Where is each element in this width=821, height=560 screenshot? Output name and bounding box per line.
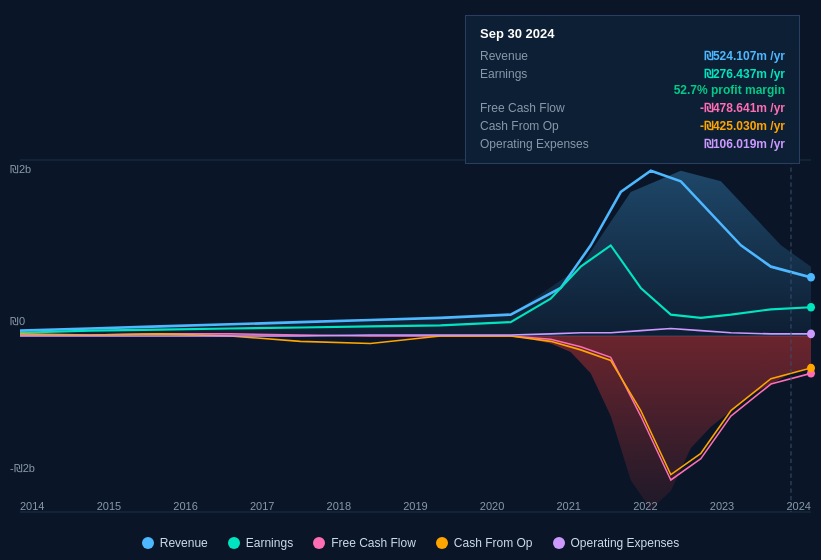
cashfromop-value: -₪425.030m /yr (700, 119, 785, 133)
legend: Revenue Earnings Free Cash Flow Cash Fro… (0, 536, 821, 550)
profit-margin: 52.7% profit margin (480, 83, 785, 99)
tooltip-date: Sep 30 2024 (480, 26, 785, 41)
tooltip-row-earnings: Earnings ₪276.437m /yr (480, 65, 785, 83)
legend-dot-cashfromop (436, 537, 448, 549)
x-label-2019: 2019 (403, 500, 427, 512)
tooltip-row-cashfromop: Cash From Op -₪425.030m /yr (480, 117, 785, 135)
legend-opex[interactable]: Operating Expenses (553, 536, 680, 550)
legend-label-fcf: Free Cash Flow (331, 536, 416, 550)
tooltip-box: Sep 30 2024 Revenue ₪524.107m /yr Earnin… (465, 15, 800, 164)
fcf-value: -₪478.641m /yr (700, 101, 785, 115)
tooltip-row-fcf: Free Cash Flow -₪478.641m /yr (480, 99, 785, 117)
chart-area (20, 160, 811, 512)
legend-cashfromop[interactable]: Cash From Op (436, 536, 533, 550)
chart-container: Sep 30 2024 Revenue ₪524.107m /yr Earnin… (0, 0, 821, 560)
cashfromop-label: Cash From Op (480, 119, 559, 133)
legend-label-opex: Operating Expenses (571, 536, 680, 550)
tooltip-row-opex: Operating Expenses ₪106.019m /yr (480, 135, 785, 153)
legend-revenue[interactable]: Revenue (142, 536, 208, 550)
opex-end-dot (807, 330, 815, 339)
x-label-2023: 2023 (710, 500, 734, 512)
legend-dot-revenue (142, 537, 154, 549)
revenue-end-dot (807, 273, 815, 282)
x-label-2016: 2016 (173, 500, 197, 512)
x-label-2021: 2021 (556, 500, 580, 512)
legend-fcf[interactable]: Free Cash Flow (313, 536, 416, 550)
fcf-label: Free Cash Flow (480, 101, 565, 115)
x-label-2020: 2020 (480, 500, 504, 512)
x-axis: 2014 2015 2016 2017 2018 2019 2020 2021 … (20, 500, 811, 512)
revenue-value: ₪524.107m /yr (704, 49, 785, 63)
legend-dot-earnings (228, 537, 240, 549)
chart-svg (20, 160, 811, 512)
legend-dot-opex (553, 537, 565, 549)
negative-area (511, 336, 811, 510)
tooltip-row-revenue: Revenue ₪524.107m /yr (480, 47, 785, 65)
x-label-2014: 2014 (20, 500, 44, 512)
earnings-value: ₪276.437m /yr (704, 67, 785, 81)
opex-label: Operating Expenses (480, 137, 589, 151)
legend-label-revenue: Revenue (160, 536, 208, 550)
opex-value: ₪106.019m /yr (704, 137, 785, 151)
x-label-2018: 2018 (327, 500, 351, 512)
cashfromop-end-dot (807, 364, 815, 373)
earnings-label: Earnings (480, 67, 527, 81)
x-label-2017: 2017 (250, 500, 274, 512)
legend-dot-fcf (313, 537, 325, 549)
x-label-2015: 2015 (97, 500, 121, 512)
revenue-label: Revenue (480, 49, 528, 63)
x-label-2022: 2022 (633, 500, 657, 512)
earnings-end-dot (807, 303, 815, 312)
legend-label-earnings: Earnings (246, 536, 293, 550)
legend-label-cashfromop: Cash From Op (454, 536, 533, 550)
x-label-2024: 2024 (786, 500, 810, 512)
legend-earnings[interactable]: Earnings (228, 536, 293, 550)
